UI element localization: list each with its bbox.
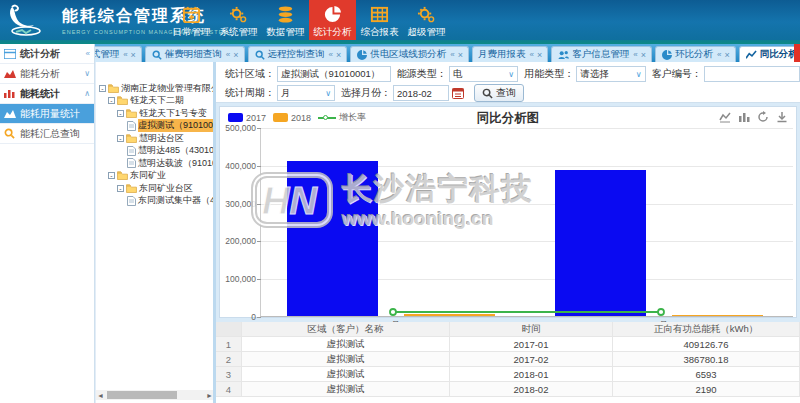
search-icon — [152, 50, 162, 60]
tab-环比分析[interactable]: 环比分析«× — [655, 46, 736, 62]
main-menu: 日常管理 系统管理 数据管理 统计分析 综合报表 — [168, 0, 450, 40]
month-input[interactable]: 2018-02 — [393, 85, 449, 101]
folder-icon — [126, 134, 137, 143]
table-header-row: 区域（客户）名称 时间 正向有功总能耗（kWh） — [216, 322, 800, 337]
menu-item-system[interactable]: 系统管理 — [215, 0, 262, 40]
growth-rate-line — [261, 128, 793, 316]
tab-月费用报表[interactable]: 月费用报表«× — [472, 46, 548, 62]
tree-node-慧明达485（4301002[interactable]: 慧明达485（4301002 — [99, 145, 213, 158]
table-row[interactable]: 3 虚拟测试 2018-01 6593 — [216, 367, 800, 382]
gears-icon — [417, 3, 436, 25]
sidebar-item-energy-analysis[interactable]: 能耗分析 ∨ — [0, 64, 94, 84]
tab-close-icon[interactable]: × — [233, 50, 238, 60]
calendar-icon[interactable] — [452, 87, 464, 99]
tree-expander-icon[interactable]: - — [108, 97, 115, 104]
tree-expander-icon[interactable]: - — [99, 85, 106, 92]
customer-no-input[interactable] — [704, 66, 800, 82]
tree-node-慧明达载波（9101000[interactable]: 慧明达载波（9101000 — [99, 157, 213, 170]
tree-node-钰龙天下二期[interactable]: -钰龙天下二期 — [99, 95, 213, 108]
tree-expander-icon[interactable]: - — [117, 135, 124, 142]
chevron-down-icon[interactable]: ∨ — [84, 69, 90, 78]
tree-expander-icon[interactable]: - — [117, 110, 124, 117]
y-axis-tick — [257, 317, 261, 318]
folder-icon — [117, 96, 128, 105]
bar-chart-toggle-icon[interactable] — [738, 111, 750, 123]
chevron-up-icon[interactable]: ∧ — [84, 89, 90, 98]
tab-close-icon[interactable]: × — [537, 50, 542, 60]
tab-方式管理[interactable]: 方式管理«× — [95, 46, 142, 62]
scrollbar-thumb[interactable] — [107, 391, 177, 399]
tab-collapse-icon[interactable]: « — [123, 50, 127, 59]
tree-horizontal-scrollbar[interactable]: ◄ ► — [96, 390, 214, 400]
menu-item-reports[interactable]: 综合报表 — [356, 0, 403, 40]
scroll-right-arrow-icon[interactable]: ► — [205, 392, 214, 399]
refresh-icon[interactable] — [757, 111, 769, 123]
tab-供电区域线损分析[interactable]: 供电区域线损分析«× — [350, 46, 469, 62]
column-header-energy: 正向有功总能耗（kWh） — [613, 322, 800, 336]
y-axis-label: 100,000 — [225, 274, 256, 284]
database-icon — [276, 3, 295, 25]
tree-node-慧明达台区[interactable]: -慧明达台区 — [99, 132, 213, 145]
tree-node-钰龙天下1号专变[interactable]: -钰龙天下1号专变 — [99, 107, 213, 120]
tab-close-icon[interactable]: × — [724, 50, 729, 60]
sidebar-nav: 统计分析 « 能耗分析 ∨ 能耗统计 ∧ 能耗用量统计 能耗汇总查询 — [0, 44, 95, 403]
menu-item-super[interactable]: 超级管理 — [403, 0, 450, 40]
scroll-left-arrow-icon[interactable]: ◄ — [96, 392, 105, 399]
tab-collapse-icon[interactable]: « — [329, 50, 333, 59]
y-axis-label: 300,000 — [225, 199, 256, 209]
chart-plot-area: 0100,000200,000300,000400,000500,0001月2月 — [260, 128, 793, 317]
sidebar-item-energy-statistics[interactable]: 能耗统计 ∧ — [0, 84, 94, 104]
menu-item-daily[interactable]: 日常管理 — [168, 0, 215, 40]
search-icon — [255, 50, 265, 60]
sidebar-item-energy-summary-query[interactable]: 能耗汇总查询 — [0, 124, 94, 144]
chevron-down-icon: ∨ — [325, 89, 331, 98]
folder-icon — [117, 171, 128, 180]
tab-远程控制查询[interactable]: 远程控制查询«× — [248, 46, 348, 62]
y-axis-label: 0 — [251, 312, 256, 322]
tree-node-东同矿业台区[interactable]: -东同矿业台区 — [99, 182, 213, 195]
energy-type-select[interactable]: 电∨ — [449, 66, 518, 82]
tab-close-icon[interactable]: × — [336, 50, 341, 60]
tree-node-虚拟测试（91010001）[interactable]: 虚拟测试（91010001） — [99, 120, 213, 133]
tree-node-湖南正龙物业管理有限公司[interactable]: -湖南正龙物业管理有限公司 — [99, 82, 213, 95]
line-chart-toggle-icon[interactable] — [719, 111, 731, 123]
month-label: 选择月份： — [341, 86, 391, 100]
menu-item-data[interactable]: 数据管理 — [262, 0, 309, 40]
tab-close-icon[interactable]: × — [458, 50, 463, 60]
table-row[interactable]: 4 虚拟测试 2018-02 2190 — [216, 382, 800, 397]
tree-expander-icon[interactable]: - — [108, 172, 115, 179]
tab-催费明细查询[interactable]: 催费明细查询«× — [145, 46, 245, 62]
tab-collapse-icon[interactable]: « — [633, 50, 637, 59]
region-input[interactable]: 虚拟测试（91010001） — [277, 66, 391, 82]
tab-close-icon[interactable]: × — [641, 50, 646, 60]
result-table: 区域（客户）名称 时间 正向有功总能耗（kWh） 1 虚拟测试 2017-01 … — [216, 322, 800, 403]
app-header: 能耗综合管理系统 ENERGY CONSUMPTION MANAGEMENT S… — [0, 0, 800, 40]
table-row[interactable]: 1 虚拟测试 2017-01 409126.76 — [216, 337, 800, 352]
region-tree-panel: -湖南正龙物业管理有限公司-钰龙天下二期-钰龙天下1号专变虚拟测试（910100… — [95, 62, 216, 403]
sidebar-header-statistics[interactable]: 统计分析 « — [0, 44, 94, 64]
tab-客户信息管理[interactable]: 客户信息管理«× — [551, 46, 652, 62]
tab-同比分析[interactable]: 同比分析«× — [739, 46, 800, 62]
tree-node-东同矿业[interactable]: -东同矿业 — [99, 170, 213, 183]
menu-item-statistics[interactable]: 统计分析 — [309, 0, 356, 40]
document-icon — [127, 121, 136, 131]
tab-scroll-right-button[interactable] — [794, 44, 800, 62]
tree-expander-icon[interactable]: - — [117, 185, 124, 192]
region-tree: -湖南正龙物业管理有限公司-钰龙天下二期-钰龙天下1号专变虚拟测试（910100… — [96, 62, 213, 207]
area-chart-icon — [4, 69, 17, 78]
tab-collapse-icon[interactable]: « — [530, 50, 534, 59]
gears-icon — [229, 3, 248, 25]
tab-collapse-icon[interactable]: « — [450, 50, 454, 59]
period-select[interactable]: 月∨ — [277, 85, 335, 101]
tab-collapse-icon[interactable]: « — [226, 50, 230, 59]
sidebar-item-energy-usage-statistics[interactable]: 能耗用量统计 — [0, 104, 94, 124]
usage-type-select[interactable]: 请选择∨ — [576, 66, 645, 82]
tab-close-icon[interactable]: × — [131, 50, 136, 60]
tab-collapse-icon[interactable]: « — [717, 50, 721, 59]
tree-node-东同测试集中器（4301[interactable]: 东同测试集中器（4301 — [99, 195, 213, 208]
folder-icon — [108, 84, 119, 93]
collapse-icon[interactable]: « — [86, 49, 90, 58]
download-icon[interactable] — [776, 111, 788, 123]
query-button[interactable]: 查询 — [474, 84, 524, 102]
table-row[interactable]: 2 虚拟测试 2017-02 386780.18 — [216, 352, 800, 367]
